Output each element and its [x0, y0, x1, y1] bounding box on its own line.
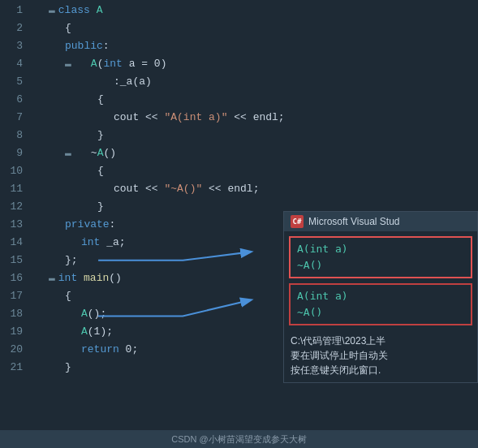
bottom-bar-text: CSDN @小树苗渴望变成参天大树: [171, 433, 306, 446]
code-line: ▬class A: [49, 2, 478, 19]
bottom-bar: CSDN @小树苗渴望变成参天大树: [0, 430, 478, 448]
fold-icon[interactable]: ▬: [49, 2, 55, 19]
code-line: public:: [49, 37, 478, 55]
line-numbers: 1 2 3 4 5 6 7 8 9 10 11 12 13 14 15 16 1…: [0, 0, 32, 448]
popup-desc: C:\代码管理\2023上半 要在调试停止时自动关 按任意键关闭此窗口.: [284, 330, 477, 382]
popup-box2-line1: A(int a): [297, 288, 464, 304]
code-line: ▬~A(): [49, 144, 478, 162]
fold-icon-line9[interactable]: ▬: [65, 144, 71, 162]
popup-box1-line1: A(int a): [297, 241, 464, 257]
code-line: cout << "A(int a)" << endl;: [49, 109, 478, 127]
popup-title-text: Microsoft Visual Stud: [308, 216, 400, 227]
code-line: cout << "~A()" << endl;: [49, 180, 478, 198]
code-line: ▬A(int a = 0): [49, 55, 478, 73]
popup-box2-line2: ~A(): [297, 304, 464, 321]
editor-container: 1 2 3 4 5 6 7 8 9 10 11 12 13 14 15 16 1…: [0, 0, 478, 448]
popup-desc-line1: C:\代码管理\2023上半: [291, 334, 471, 348]
fold-icon-line16[interactable]: ▬: [49, 269, 55, 287]
code-line: {: [49, 19, 478, 37]
popup-box1-line2: ~A(): [297, 257, 464, 274]
popup-title-bar: C# Microsoft Visual Stud: [284, 212, 477, 231]
popup-desc-line3: 按任意键关闭此窗口.: [291, 363, 471, 377]
popup-desc-line2: 要在调试停止时自动关: [291, 348, 471, 363]
code-line: {: [49, 162, 478, 180]
code-line: }: [49, 127, 478, 144]
code-line: :_a(a): [49, 73, 478, 91]
fold-icon-line4[interactable]: ▬: [65, 55, 71, 73]
popup-title-icon: C#: [291, 215, 304, 228]
popup-box2: A(int a) ~A(): [289, 283, 472, 325]
code-line: {: [49, 91, 478, 109]
popup-overlay: C# Microsoft Visual Stud A(int a) ~A() A…: [283, 211, 478, 383]
popup-box1: A(int a) ~A(): [289, 236, 472, 278]
